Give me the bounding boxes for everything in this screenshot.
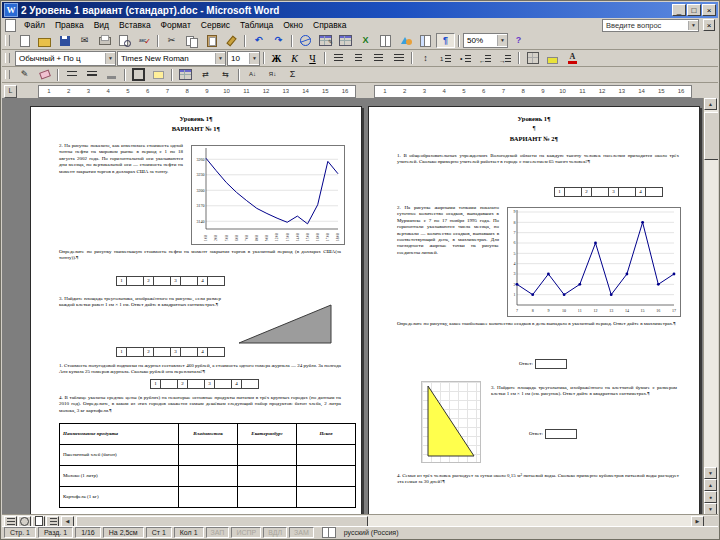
italic-button[interactable]: К (286, 51, 303, 65)
answer-choice-box[interactable] (214, 379, 232, 389)
ruler-segment-page2[interactable]: 12345678910111213141516 (374, 85, 692, 98)
autosum-button[interactable] (283, 67, 302, 82)
menu-file[interactable]: Файл (19, 19, 50, 32)
menu-window[interactable]: Окно (278, 19, 308, 32)
answer-choice-box[interactable] (153, 276, 171, 286)
answer-choice-box[interactable] (207, 276, 225, 286)
sort-ascending-button[interactable] (243, 67, 262, 82)
justify-button[interactable] (389, 51, 408, 66)
page-1[interactable]: Уровень 1¶ ВАРИАНТ № 1¶ 2. На рисунке по… (30, 106, 362, 515)
outside-border-button[interactable] (129, 67, 148, 82)
menu-table[interactable]: Таблица (235, 19, 278, 32)
help-button[interactable] (509, 33, 528, 48)
status-toggle-зам[interactable]: ЗАМ (289, 527, 314, 538)
answer-choice-box[interactable] (160, 379, 178, 389)
print-button[interactable] (95, 33, 114, 48)
web-layout-view-button[interactable] (18, 516, 31, 527)
spelling-button[interactable] (135, 33, 154, 48)
answer-choice-box[interactable] (126, 276, 144, 286)
answer-box[interactable] (545, 429, 577, 439)
scroll-up-button[interactable]: ▲ (704, 98, 717, 110)
answer-choice-box[interactable] (126, 347, 144, 357)
status-toggle-испр[interactable]: ИСПР (231, 527, 261, 538)
bold-button[interactable]: Ж (268, 51, 285, 65)
vertical-scrollbar-thumb[interactable] (704, 112, 718, 160)
scroll-right-button[interactable]: ▶ (691, 516, 704, 527)
cut-button[interactable] (162, 33, 181, 48)
answer-choice-box[interactable] (645, 187, 663, 197)
horizontal-scrollbar-track[interactable] (74, 516, 691, 527)
question-box[interactable]: Введите вопрос ▼ (602, 19, 699, 32)
document-map-button[interactable] (416, 33, 435, 48)
previous-page-button[interactable]: ▲ (704, 479, 717, 491)
answer-box[interactable] (535, 359, 567, 369)
redo-button[interactable] (269, 33, 288, 48)
bulleted-list-button[interactable] (456, 51, 475, 66)
menu-edit[interactable]: Правка (50, 19, 89, 32)
format-painter-button[interactable] (222, 33, 241, 48)
split-cells-button[interactable] (216, 67, 235, 82)
open-button[interactable] (35, 33, 54, 48)
shading-color-button[interactable] (149, 67, 168, 82)
save-button[interactable] (55, 33, 74, 48)
tab-stop-selector[interactable]: L (4, 85, 17, 98)
answer-choice-box[interactable] (207, 347, 225, 357)
line-spacing-button[interactable] (416, 51, 435, 66)
minimize-button[interactable]: _ (672, 4, 686, 16)
zoom-combo[interactable]: 50%▼ (463, 33, 508, 48)
show-formatting-button[interactable] (436, 33, 455, 48)
scroll-down-button[interactable]: ▼ (704, 467, 717, 479)
select-browse-object-button[interactable]: ● (704, 491, 717, 503)
columns-button[interactable] (376, 33, 395, 48)
undo-button[interactable] (249, 33, 268, 48)
paste-button[interactable] (202, 33, 221, 48)
answer-choice-box[interactable] (187, 379, 205, 389)
close-button[interactable]: × (702, 4, 716, 16)
print-preview-button[interactable] (115, 33, 134, 48)
decrease-indent-button[interactable] (476, 51, 495, 66)
print-layout-view-button[interactable] (32, 516, 45, 527)
outline-view-button[interactable] (46, 516, 59, 527)
status-toggle-зап[interactable]: ЗАП (206, 527, 230, 538)
insert-table-button[interactable] (336, 33, 355, 48)
drawing-button[interactable] (396, 33, 415, 48)
line-style-button[interactable] (62, 67, 81, 82)
menu-tools[interactable]: Сервис (196, 19, 235, 32)
status-toggle-вдл[interactable]: ВДЛ (263, 527, 287, 538)
highlight-button[interactable] (543, 51, 562, 66)
vertical-scrollbar[interactable]: ▲ ▼ ▲ ● ▼ (703, 98, 718, 515)
align-center-button[interactable] (349, 51, 368, 66)
tables-and-borders-button[interactable] (316, 33, 335, 48)
chevron-down-icon[interactable]: ▼ (688, 21, 698, 30)
answer-choice-box[interactable] (153, 347, 171, 357)
align-left-button[interactable] (329, 51, 348, 66)
line-weight-button[interactable] (82, 67, 101, 82)
font-combo[interactable]: Times New Roman ▼ (117, 51, 226, 66)
insert-excel-button[interactable] (356, 33, 375, 48)
align-right-button[interactable] (369, 51, 388, 66)
answer-choice-box[interactable] (180, 347, 198, 357)
email-button[interactable] (75, 33, 94, 48)
font-color-button[interactable] (563, 51, 582, 66)
merge-cells-button[interactable] (196, 67, 215, 82)
normal-view-button[interactable] (4, 516, 17, 527)
menu-insert[interactable]: Вставка (114, 19, 156, 32)
eraser-button[interactable] (35, 67, 54, 82)
scroll-left-button[interactable]: ◀ (61, 516, 74, 527)
ruler-segment-page1[interactable]: 12345678910111213141516 (38, 85, 356, 98)
menu-view[interactable]: Вид (89, 19, 114, 32)
style-combo[interactable]: Обычный + По ц ▼ (15, 51, 116, 66)
page-2[interactable]: Уровень 1¶ ¶ ВАРИАНТ № 2¶ 1. В общеобраз… (368, 106, 700, 515)
answer-choice-box[interactable] (591, 187, 609, 197)
draw-table-button[interactable] (15, 67, 34, 82)
answer-choice-box[interactable] (564, 187, 582, 197)
copy-button[interactable] (182, 33, 201, 48)
insert-table-button[interactable] (176, 67, 195, 82)
new-document-button[interactable] (15, 33, 34, 48)
close-document-button[interactable]: × (703, 19, 715, 31)
maximize-button[interactable]: □ (687, 4, 701, 16)
border-color-button[interactable] (102, 67, 121, 82)
numbered-list-button[interactable] (436, 51, 455, 66)
menu-help[interactable]: Справка (308, 19, 351, 32)
increase-indent-button[interactable] (496, 51, 515, 66)
